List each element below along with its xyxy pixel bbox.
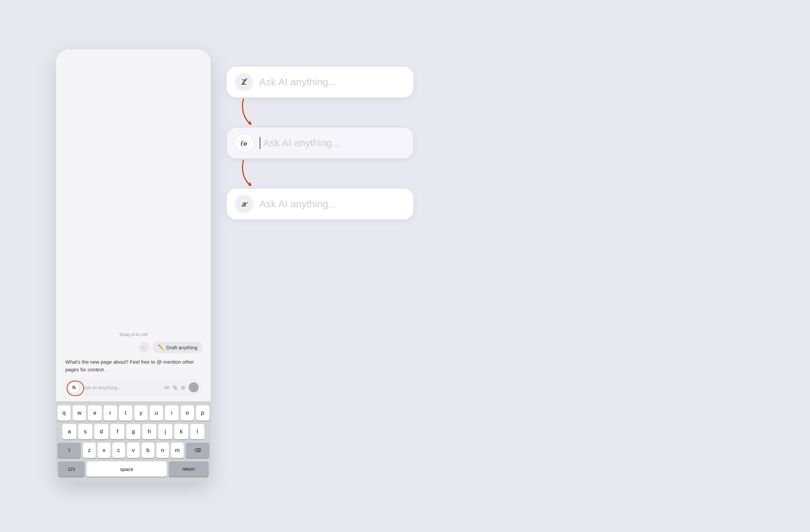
key-space[interactable]: space	[87, 461, 167, 477]
key-y[interactable]: y	[134, 405, 148, 421]
message-bubble: ← ✏️ Draft anything	[64, 342, 202, 353]
ai-logo-icon-3: 𝒳	[238, 198, 250, 210]
key-shift[interactable]: ⇧	[57, 443, 81, 458]
key-n[interactable]: n	[156, 443, 169, 458]
key-123[interactable]: 123	[58, 461, 85, 477]
panel-3-avatar: 𝒳	[235, 195, 253, 213]
keyboard-row-4: 123 space return	[57, 461, 209, 477]
key-x[interactable]: x	[98, 443, 110, 458]
key-backspace[interactable]: ⌫	[186, 443, 209, 458]
keyboard-row-2: a s d f g h j k l	[57, 424, 209, 439]
panel-2-avatar: ℓo	[235, 134, 254, 152]
arrow-1-svg	[233, 97, 273, 127]
text-cursor	[260, 137, 260, 149]
key-u[interactable]: u	[150, 405, 163, 421]
panel-3: 𝒳 Ask AI anything...	[227, 189, 413, 219]
key-i[interactable]: i	[165, 405, 178, 421]
arrow-2-svg	[233, 159, 273, 189]
ai-input-row[interactable]: 𝕙 Ask AI anything... All 📎 @ ↑	[64, 379, 202, 396]
key-q[interactable]: q	[57, 405, 71, 421]
key-p[interactable]: p	[196, 405, 209, 421]
circle-highlight	[67, 381, 84, 396]
key-w[interactable]: w	[73, 405, 86, 421]
arrow-2-container	[227, 159, 413, 189]
keyboard-row-3: ⇧ z x c v b n m ⌫	[57, 443, 209, 458]
key-j[interactable]: j	[158, 424, 172, 439]
panel-2-placeholder: Ask AI anything...	[263, 137, 340, 149]
ai-avatar: 𝕙	[68, 381, 80, 393]
panels-container: ℤ Ask AI anything... ℓo Ask AI anything.…	[227, 67, 413, 219]
panel-2-content: Ask AI anything...	[260, 137, 340, 149]
question-text: What's the new page about? Feel free to …	[64, 358, 202, 379]
ai-logo-icon-1: ℤ	[238, 76, 250, 88]
panel-1: ℤ Ask AI anything...	[227, 67, 413, 97]
key-r[interactable]: r	[104, 405, 117, 421]
key-m[interactable]: m	[171, 443, 184, 458]
key-f[interactable]: f	[110, 424, 124, 439]
key-a[interactable]: a	[62, 424, 76, 439]
panel-1-avatar: ℤ	[235, 72, 253, 91]
key-g[interactable]: g	[126, 424, 140, 439]
key-d[interactable]: d	[94, 424, 108, 439]
key-o[interactable]: o	[181, 405, 194, 421]
all-label[interactable]: All	[164, 385, 169, 390]
phone-top-area	[56, 49, 211, 325]
key-z[interactable]: z	[83, 443, 96, 458]
draft-icon: ✏️	[158, 344, 164, 350]
attach-icon[interactable]: 📎	[172, 385, 178, 390]
key-c[interactable]: c	[112, 443, 125, 458]
keyboard: q w e r t y u i o p a s d f g h j k l ⇧ …	[56, 401, 211, 483]
panel-1-placeholder: Ask AI anything...	[259, 76, 337, 88]
svg-text:ℤ: ℤ	[241, 79, 246, 86]
keyboard-row-1: q w e r t y u i o p	[57, 405, 209, 421]
panel-2: ℓo Ask AI anything...	[227, 127, 413, 159]
key-h[interactable]: h	[142, 424, 156, 439]
timestamp: Today 8:41 AM	[64, 332, 202, 337]
back-button[interactable]: ←	[139, 342, 149, 353]
key-e[interactable]: e	[88, 405, 101, 421]
ai-input-placeholder[interactable]: Ask AI anything...	[83, 385, 161, 390]
mention-icon[interactable]: @	[181, 385, 185, 390]
ai-actions: All 📎 @ ↑	[164, 382, 199, 392]
key-return[interactable]: return	[169, 461, 209, 477]
draft-pill[interactable]: ✏️ Draft anything	[153, 342, 202, 353]
key-l[interactable]: l	[190, 424, 204, 439]
panel-3-placeholder: Ask AI anything...	[259, 198, 337, 210]
key-k[interactable]: k	[174, 424, 188, 439]
key-v[interactable]: v	[127, 443, 140, 458]
key-t[interactable]: t	[119, 405, 132, 421]
send-button[interactable]: ↑	[189, 382, 199, 392]
svg-text:ℓo: ℓo	[240, 139, 247, 147]
arrow-1-container	[227, 97, 413, 127]
phone-mockup: Today 8:41 AM ← ✏️ Draft anything What's…	[56, 49, 211, 483]
key-b[interactable]: b	[142, 443, 154, 458]
chat-area: Today 8:41 AM ← ✏️ Draft anything What's…	[56, 325, 211, 401]
send-icon: ↑	[193, 385, 195, 390]
draft-label: Draft anything	[166, 345, 197, 350]
key-s[interactable]: s	[78, 424, 92, 439]
ai-logo-icon-2: ℓo	[238, 137, 250, 149]
